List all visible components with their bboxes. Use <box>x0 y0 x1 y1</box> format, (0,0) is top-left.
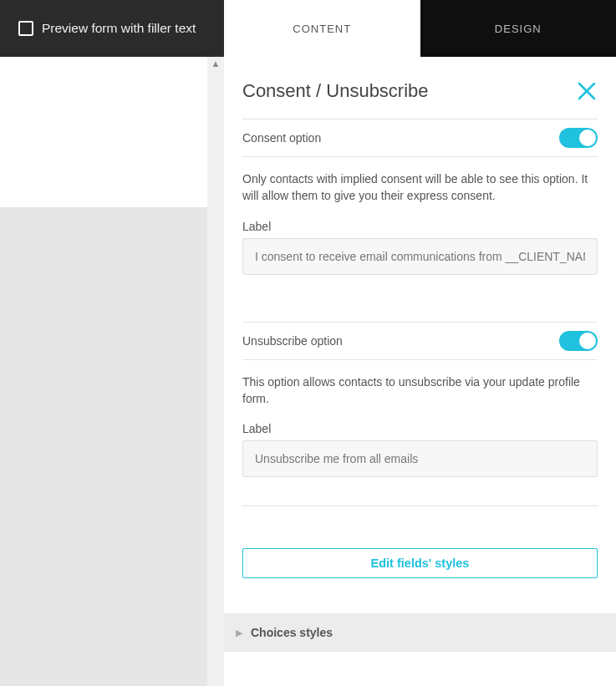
left-pane <box>0 57 207 686</box>
close-icon <box>576 80 598 102</box>
panel-title: Consent / Unsubscribe <box>242 80 429 102</box>
scroll-up-icon: ▲ <box>207 58 224 69</box>
consent-section-row: Consent option <box>242 119 598 157</box>
tab-content[interactable]: CONTENT <box>224 0 420 57</box>
close-button[interactable] <box>576 80 598 102</box>
panel-header: Consent / Unsubscribe <box>242 80 598 102</box>
chevron-right-icon: ▶ <box>236 628 242 638</box>
choices-styles-label: Choices styles <box>251 626 333 639</box>
settings-panel: Consent / Unsubscribe Consent option Onl… <box>224 57 616 686</box>
preview-toggle-area: Preview form with filler text <box>0 0 224 57</box>
preview-checkbox[interactable] <box>18 21 33 36</box>
consent-section-label: Consent option <box>242 131 321 145</box>
editor-tabs: CONTENT DESIGN <box>224 0 616 57</box>
unsubscribe-help-text: This option allows contacts to unsubscri… <box>242 360 598 423</box>
toggle-knob <box>579 333 596 349</box>
consent-toggle[interactable] <box>559 128 598 148</box>
tab-design-label: DESIGN <box>495 23 542 35</box>
unsubscribe-section-label: Unsubscribe option <box>242 334 343 348</box>
main-row: ▲ Consent / Unsubscribe Consent option <box>0 57 616 686</box>
consent-label-input[interactable] <box>242 238 598 275</box>
consent-label-caption: Label <box>242 220 598 233</box>
tab-content-label: CONTENT <box>293 23 351 35</box>
choices-styles-accordion[interactable]: ▶ Choices styles <box>224 613 616 652</box>
edit-fields-styles-button[interactable]: Edit fields' styles <box>242 548 598 578</box>
unsubscribe-label-input[interactable] <box>242 440 598 477</box>
left-pane-top <box>0 57 207 207</box>
top-bar: Preview form with filler text CONTENT DE… <box>0 0 616 57</box>
unsubscribe-section-row: Unsubscribe option <box>242 322 598 360</box>
unsubscribe-toggle[interactable] <box>559 331 598 351</box>
preview-label: Preview form with filler text <box>42 21 196 36</box>
left-scrollbar[interactable]: ▲ <box>207 57 224 686</box>
consent-help-text: Only contacts with implied consent will … <box>242 157 598 220</box>
tab-design[interactable]: DESIGN <box>420 0 617 57</box>
divider <box>242 506 598 506</box>
unsubscribe-label-caption: Label <box>242 422 598 435</box>
toggle-knob <box>579 130 596 146</box>
